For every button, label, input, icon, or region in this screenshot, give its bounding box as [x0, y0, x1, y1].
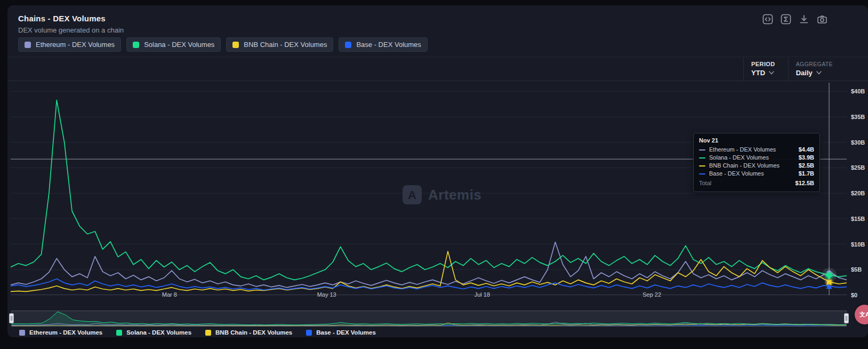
bottom-legend-item[interactable]: Solana - DEX Volumes — [116, 329, 191, 336]
legend-swatch — [205, 330, 211, 336]
legend-swatch — [232, 42, 239, 48]
chart-card: Chains - DEX Volumes DEX volume generate… — [7, 5, 868, 337]
legend-swatch — [25, 42, 31, 48]
legend-label: Solana - DEX Volumes — [144, 41, 214, 49]
y-axis-tick-label: $35B — [851, 114, 868, 120]
navigator-left-handle[interactable] — [9, 313, 14, 323]
legend-swatch — [116, 330, 122, 336]
camera-screenshot-icon[interactable] — [817, 14, 827, 25]
y-axis-tick-label: $30B — [851, 139, 868, 146]
legend-swatch — [19, 330, 25, 336]
tooltip-series-dash — [699, 173, 705, 174]
tooltip-total-label: Total — [699, 179, 711, 187]
page-title: Chains - DEX Volumes — [18, 14, 106, 23]
tooltip-series-row: Ethereum - DEX Volumes$4.4B — [699, 146, 814, 154]
navigator-mini-chart — [12, 311, 846, 326]
tooltip-series-label: BNB Chain - DEX Volumes — [709, 162, 779, 170]
tooltip-series-dash — [699, 157, 705, 158]
chevron-down-icon — [816, 71, 822, 75]
page-subtitle: DEX volume generated on a chain — [18, 26, 124, 34]
tooltip-total-value: $12.5B — [795, 179, 814, 187]
series-legend: Ethereum - DEX VolumesSolana - DEX Volum… — [18, 37, 428, 52]
y-axis-tick-label: $5B — [851, 266, 868, 273]
tooltip-series-label: Ethereum - DEX Volumes — [709, 146, 776, 154]
period-value: YTD — [751, 69, 765, 77]
y-axis-tick-label: $0 — [851, 292, 868, 298]
legend-label: BNB Chain - DEX Volumes — [244, 41, 327, 49]
tooltip-series-row: Solana - DEX Volumes$3.9B — [699, 154, 814, 162]
bottom-legend-item[interactable]: BNB Chain - DEX Volumes — [205, 329, 292, 336]
x-axis-tick-label: May 13 — [311, 291, 343, 298]
navigator-right-handle[interactable] — [844, 313, 849, 323]
tooltip-series-value: $3.9B — [799, 154, 814, 162]
y-axis-tick-label: $20B — [851, 190, 868, 196]
tooltip-series-value: $2.5B — [799, 162, 814, 170]
legend-swatch — [133, 42, 139, 48]
artemis-chart-page: Chains - DEX Volumes DEX volume generate… — [0, 0, 868, 349]
chart-plot-area[interactable]: $0$5B$10B$15B$20B$25B$30B$35B$40B Mar 8M… — [11, 83, 868, 307]
sigma-summary-icon[interactable] — [781, 14, 791, 25]
translate-badge-glyph: 文A — [859, 311, 868, 319]
legend-label: Solana - DEX Volumes — [126, 329, 191, 336]
tooltip-series-dash — [699, 149, 705, 150]
aggregate-dropdown[interactable]: AGGREGATE Daily — [788, 57, 840, 81]
y-axis-tick-label: $10B — [851, 241, 868, 248]
legend-label: Ethereum - DEX Volumes — [29, 329, 102, 336]
y-axis-tick-label: $40B — [851, 88, 868, 94]
tooltip-series-value: $1.7B — [799, 170, 814, 178]
bottom-legend-item[interactable]: Ethereum - DEX Volumes — [19, 329, 102, 336]
chart-toolbar — [762, 14, 827, 25]
tooltip-series-value: $4.4B — [799, 146, 814, 154]
download-icon[interactable] — [799, 14, 809, 25]
legend-chip[interactable]: Ethereum - DEX Volumes — [18, 37, 121, 52]
tooltip-total-row: Total $12.5B — [699, 179, 814, 187]
chart-tooltip: Nov 21 Ethereum - DEX Volumes$4.4BSolana… — [693, 133, 820, 192]
tooltip-date: Nov 21 — [699, 137, 814, 144]
tooltip-series-row: BNB Chain - DEX Volumes$2.5B — [699, 162, 814, 170]
x-axis-tick-label: Sep 22 — [636, 291, 668, 298]
x-axis-tick-label: Mar 8 — [154, 291, 186, 298]
aggregate-label: AGGREGATE — [796, 61, 833, 67]
y-axis-tick-label: $15B — [851, 216, 868, 222]
legend-chip[interactable]: BNB Chain - DEX Volumes — [226, 37, 333, 52]
bottom-legend: Ethereum - DEX VolumesSolana - DEX Volum… — [19, 329, 376, 336]
legend-chip[interactable]: Solana - DEX Volumes — [126, 37, 221, 52]
legend-label: Base - DEX Volumes — [316, 329, 376, 336]
tooltip-series-label: Base - DEX Volumes — [709, 170, 764, 178]
tooltip-rows: Ethereum - DEX Volumes$4.4BSolana - DEX … — [699, 146, 814, 178]
aggregate-value: Daily — [796, 69, 813, 77]
legend-swatch — [306, 330, 312, 336]
legend-label: Ethereum - DEX Volumes — [36, 41, 115, 49]
legend-chip[interactable]: Base - DEX Volumes — [339, 37, 427, 52]
period-label: PERIOD — [751, 61, 775, 67]
chevron-down-icon — [769, 71, 774, 75]
controls-row: PERIOD YTD AGGREGATE Daily — [7, 57, 868, 81]
legend-label: Base - DEX Volumes — [356, 41, 421, 49]
tooltip-series-row: Base - DEX Volumes$1.7B — [699, 170, 814, 178]
legend-swatch — [345, 42, 351, 48]
tooltip-series-label: Solana - DEX Volumes — [709, 154, 769, 162]
embed-code-icon[interactable] — [762, 14, 773, 25]
tooltip-series-dash — [699, 165, 705, 166]
bottom-legend-item[interactable]: Base - DEX Volumes — [306, 329, 376, 336]
x-axis-tick-label: Jul 18 — [466, 291, 498, 298]
range-navigator[interactable] — [11, 311, 847, 327]
period-dropdown[interactable]: PERIOD YTD — [743, 57, 788, 81]
y-axis-tick-label: $25B — [851, 164, 868, 171]
legend-label: BNB Chain - DEX Volumes — [215, 329, 292, 336]
